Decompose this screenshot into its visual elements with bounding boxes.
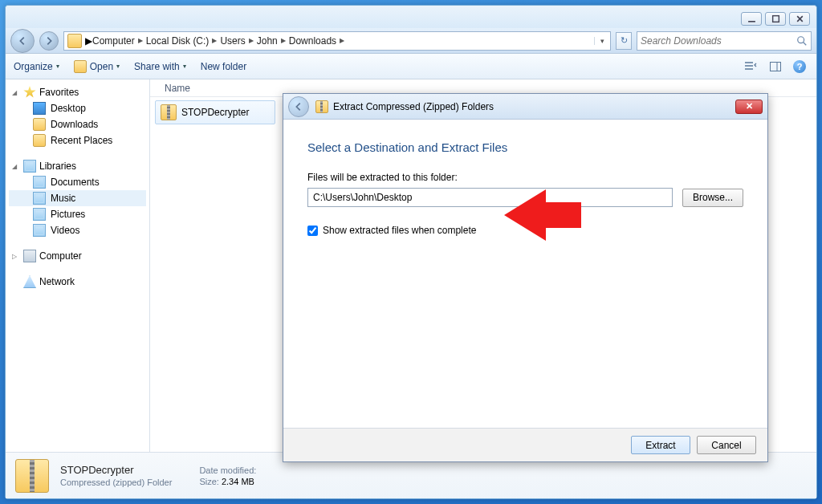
file-row-stopdecrypter[interactable]: STOPDecrypter [155,100,275,124]
nav-network-header[interactable]: ▷Network [9,274,146,290]
organize-menu[interactable]: Organize▾ [14,61,59,72]
library-icon [23,160,36,173]
breadcrumb-dropdown[interactable]: ▾ [594,37,607,45]
help-button[interactable]: ? [791,59,808,75]
svg-rect-4 [771,62,781,71]
star-icon [23,86,36,99]
nav-computer-header[interactable]: ▷Computer [9,248,146,264]
breadcrumb-item[interactable]: John [257,35,278,47]
nav-forward-button[interactable] [39,31,59,51]
details-modified-label: Date modified: [199,465,256,475]
folder-icon [33,134,46,147]
wizard-field-label: Files will be extracted to this folder: [307,172,743,183]
refresh-button[interactable]: ↻ [616,32,632,50]
wizard-title-bar: Extract Compressed (Zipped) Folders ✕ [283,94,767,120]
search-icon [796,35,808,47]
folder-icon [33,118,46,131]
nav-pane: ◢Favorites Desktop Downloads Recent Plac… [6,79,150,452]
wizard-body: Select a Destination and Extract Files F… [283,120,767,428]
browse-button[interactable]: Browse... [682,189,743,207]
folder-icon [67,34,82,48]
search-box[interactable] [637,31,812,51]
column-name[interactable]: Name [158,83,197,94]
details-size-value: 2.34 MB [222,477,254,486]
nav-item-music[interactable]: Music [9,190,146,206]
chevron-right-icon: ▶ [85,35,92,47]
wizard-footer: Extract Cancel [283,428,767,461]
preview-pane-button[interactable] [767,59,784,75]
nav-item-pictures[interactable]: Pictures [9,206,146,222]
address-bar: ▶ Computer▶ Local Disk (C:)▶ Users▶ John… [6,28,816,54]
nav-item-documents[interactable]: Documents [9,174,146,190]
pictures-icon [33,208,46,221]
show-files-checkbox-row[interactable]: Show extracted files when complete [307,225,743,236]
zip-folder-icon [15,459,49,493]
close-button[interactable] [789,12,810,26]
explorer-toolbar: Organize▾ Open▾ Share with▾ New folder ? [6,54,816,79]
nav-item-downloads[interactable]: Downloads [9,116,146,132]
documents-icon [33,176,46,189]
network-icon [23,275,36,288]
cancel-button[interactable]: Cancel [697,436,756,454]
wizard-path-input[interactable] [307,188,673,207]
zip-folder-icon [315,100,328,113]
computer-icon [23,250,36,262]
videos-icon [33,224,46,237]
wizard-back-button[interactable] [288,96,309,117]
search-input[interactable] [641,35,796,47]
nav-item-desktop[interactable]: Desktop [9,100,146,116]
desktop-icon [33,102,46,115]
wizard-close-button[interactable]: ✕ [735,100,763,114]
minimize-button[interactable] [741,12,762,26]
wizard-title-text: Extract Compressed (Zipped) Folders [333,101,494,112]
nav-back-button[interactable] [10,29,35,53]
show-files-checkbox[interactable] [307,226,318,236]
wizard-heading: Select a Destination and Extract Files [307,140,743,154]
details-filetype: Compressed (zipped) Folder [60,478,172,487]
maximize-button[interactable] [765,12,786,26]
window-caption-row [6,6,816,28]
breadcrumb-item[interactable]: Users [220,35,245,47]
new-folder-button[interactable]: New folder [201,61,246,72]
extract-wizard-dialog: Extract Compressed (Zipped) Folders ✕ Se… [283,93,768,462]
help-icon: ? [793,60,806,73]
open-menu[interactable]: Open▾ [74,60,120,73]
file-name: STOPDecrypter [181,107,249,118]
details-filename: STOPDecrypter [60,464,172,476]
show-files-label: Show extracted files when complete [323,225,476,236]
svg-line-3 [804,42,807,45]
nav-item-recent-places[interactable]: Recent Places [9,132,146,148]
nav-favorites-header[interactable]: ◢Favorites [9,84,146,100]
breadcrumb-item[interactable]: Computer [92,35,135,47]
svg-point-2 [798,36,804,43]
music-icon [33,192,46,205]
folder-icon [74,60,87,73]
zip-folder-icon [161,104,177,120]
extract-button[interactable]: Extract [631,436,690,454]
view-options-button[interactable] [743,59,760,75]
breadcrumb-item[interactable]: Downloads [289,35,336,47]
nav-item-videos[interactable]: Videos [9,222,146,238]
breadcrumb-box[interactable]: ▶ Computer▶ Local Disk (C:)▶ Users▶ John… [63,31,611,51]
details-size-label: Size: [199,477,218,486]
svg-rect-1 [772,15,779,22]
breadcrumb-item[interactable]: Local Disk (C:) [146,35,210,47]
nav-libraries-header[interactable]: ◢Libraries [9,158,146,174]
share-menu[interactable]: Share with▾ [134,61,186,72]
